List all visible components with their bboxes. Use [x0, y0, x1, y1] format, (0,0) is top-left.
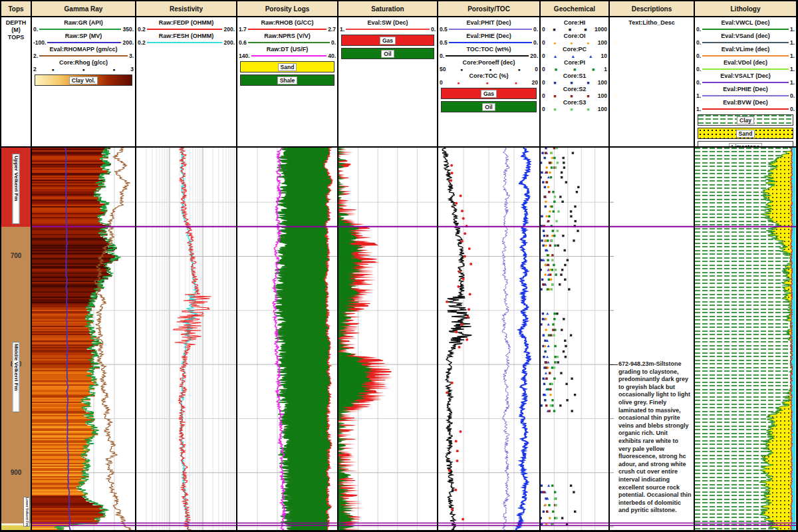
marker-swatches: ■■■: [547, 79, 597, 86]
legend-bar-gas[interactable]: Gas: [441, 88, 537, 99]
curve-scale: 0.20.: [440, 53, 538, 59]
formation-label-partial[interactable]: Lower Velkerri Fm: [23, 497, 30, 527]
track-main-porosity-logs[interactable]: [237, 148, 337, 530]
track-header-gamma-ray: Raw:GR (API)0.350.Raw:SP (MV)-100.200.Ev…: [32, 17, 135, 148]
header-item-eval-bvw-dec-[interactable]: Eval:BVW (Dec)1.0.: [696, 99, 795, 112]
header-item-eval-rhomapp-gm-cc-[interactable]: Eval:RHOMAPP (gm/cc)2.3.: [33, 46, 134, 59]
scale-left-value: 0.2: [138, 26, 147, 33]
header-item-core-toc-[interactable]: Core:TOC (%)0●●●20: [440, 72, 538, 86]
header-item-eval-vsand-dec-[interactable]: Eval:VSand (dec)0.1.: [696, 33, 795, 46]
track-main-tops[interactable]: Upper Velkerri FmMiddle Velkerri Fm70080…: [1, 148, 31, 530]
header-item-eval-vdol-dec-[interactable]: Eval:VDol (dec)0.1.: [696, 59, 795, 72]
track-title-descriptions[interactable]: Descriptions: [610, 1, 694, 17]
track-title-tops[interactable]: Tops: [1, 1, 31, 17]
header-item-core-s1[interactable]: Core:S10■■■100: [542, 72, 607, 86]
header-item-core-oi[interactable]: Core:OI0●●●100: [542, 33, 607, 46]
header-item-eval-sw-dec-[interactable]: Eval:SW (Dec)1.0.: [340, 19, 436, 33]
legend-bar-sand[interactable]: Sand: [698, 128, 793, 139]
square-marker-icon: ■: [570, 107, 573, 112]
scale-left-value: 0: [542, 53, 547, 59]
log-curves-porosity-toc[interactable]: [438, 148, 539, 530]
header-item-eval-vwcl-dec-[interactable]: Eval:VWCL (Dec)0.1.: [696, 19, 795, 33]
header-item-eval-vsalt-dec-[interactable]: Eval:VSALT (Dec)0.1.: [696, 72, 795, 86]
curve-scale: 0▲▲▲10: [542, 53, 607, 59]
track-main-lithology[interactable]: [695, 148, 796, 530]
header-item-core-pi[interactable]: Core:PI0■■■1: [542, 59, 607, 72]
legend-bar-clay-vol-[interactable]: Clay Vol.: [35, 74, 132, 86]
header-item-raw-gr-api-[interactable]: Raw:GR (API)0.350.: [33, 19, 134, 33]
depth-axis-caption: DEPTH(M)TOPS: [1, 19, 31, 41]
curve-line-swatch: [248, 42, 330, 43]
log-curves-porosity-logs[interactable]: [237, 148, 337, 530]
log-curves-gamma-ray[interactable]: [32, 148, 135, 530]
log-curves-resistivity[interactable]: [136, 148, 236, 530]
track-title-geochemical[interactable]: Geochemical: [541, 1, 608, 17]
formation-label[interactable]: Middle Velkerri Fm: [13, 342, 20, 412]
scale-left-value: 0.5: [440, 39, 449, 46]
track-main-descriptions[interactable]: 672-948.23m-Siltstone grading to claysto…: [610, 148, 694, 530]
header-item-text-litho-desc[interactable]: Text:Litho_Desc: [610, 19, 694, 26]
log-curves-geochemical[interactable]: [541, 148, 608, 530]
formation-label[interactable]: Upper Velkerri Fm: [13, 154, 20, 224]
curve-scale: 0.350.: [33, 26, 134, 33]
track-title-lithology[interactable]: Lithology: [695, 1, 796, 17]
header-item-core-s3[interactable]: Core:S30■■■100: [542, 99, 607, 112]
header-item-raw-nprs-v-v-[interactable]: Raw:NPRS (V/V)0.60.: [239, 33, 336, 46]
curve-scale: -100.200.: [33, 39, 134, 46]
curve-name: Raw:RHOB (G/CC): [239, 19, 336, 26]
legend-bar-oil[interactable]: Oil: [341, 48, 434, 59]
scale-left-value: 1.: [696, 92, 702, 99]
legend-bar-gas[interactable]: Gas: [341, 35, 434, 46]
header-item-core-hi[interactable]: Core:HI0■■■1000: [542, 19, 607, 33]
track-main-gamma-ray[interactable]: [32, 148, 135, 530]
track-title-gamma-ray[interactable]: Gamma Ray: [32, 1, 135, 17]
header-item-core-pc[interactable]: Core:PC0▲▲▲10: [542, 46, 607, 59]
curve-line-swatch: [346, 29, 430, 30]
header-item-raw-fesh-ohmm-[interactable]: Raw:FESH (OHMM)0.2200.: [138, 33, 235, 46]
legend-bar-clay[interactable]: Clay: [698, 114, 793, 126]
scale-right-value: 1.: [789, 26, 795, 33]
track-resistivity: ResistivityRaw:FEDP (OHMM)0.2200.Raw:FES…: [136, 1, 236, 530]
track-title-porosity-toc[interactable]: Porosity/TOC: [438, 1, 539, 17]
header-item-core-poroeff-dec-[interactable]: Core:Poroeff (dec)50●●●0: [440, 59, 538, 72]
scale-right-value: 100: [597, 106, 607, 112]
track-title-saturation[interactable]: Saturation: [338, 1, 437, 17]
log-curves-saturation[interactable]: [338, 148, 437, 530]
curve-scale: 0■■■1000: [542, 26, 607, 33]
legend-bar-shale[interactable]: Shale: [240, 74, 334, 86]
header-item-raw-dt-us-f-[interactable]: Raw:DT (US/F)140.40.: [239, 46, 336, 59]
header-item-eval-phie-dec-[interactable]: Eval:PHIE (Dec)0.50.: [440, 33, 538, 46]
header-item-raw-fedp-ohmm-[interactable]: Raw:FEDP (OHMM)0.2200.: [138, 19, 235, 33]
curve-scale: 0.1.: [696, 66, 795, 72]
curve-name: Raw:DT (US/F): [239, 46, 336, 53]
track-header-tops: DEPTH(M)TOPS: [1, 17, 31, 148]
header-item-raw-rhob-g-cc-[interactable]: Raw:RHOB (G/CC)1.72.7: [239, 19, 336, 33]
header-item-eval-phit-dec-[interactable]: Eval:PHIT (Dec)0.50.: [440, 19, 538, 33]
curve-scale: 0.1.: [696, 79, 795, 86]
header-item-core-rhog-g-cc-[interactable]: Core:Rhog (g/cc)2●●●3: [33, 59, 134, 72]
log-curves-lithology[interactable]: [695, 148, 796, 530]
depth-axis-caption-line: (M): [1, 27, 31, 34]
curve-name: Core:S2: [542, 86, 607, 92]
scale-right-value: 0: [533, 66, 538, 72]
curve-scale: 0.2200.: [138, 39, 235, 46]
track-main-porosity-toc[interactable]: [438, 148, 539, 530]
legend-bar-limestone[interactable]: Limestone: [698, 141, 793, 148]
legend-bar-oil[interactable]: Oil: [441, 101, 537, 112]
header-item-raw-sp-mv-[interactable]: Raw:SP (MV)-100.200.: [33, 33, 134, 46]
header-item-eval-vlime-dec-[interactable]: Eval:VLime (dec)0.1.: [696, 46, 795, 59]
header-item-core-s2[interactable]: Core:S20■■■100: [542, 86, 607, 99]
header-item-eval-phie-dec-[interactable]: Eval:PHIE (Dec)1.0.: [696, 86, 795, 99]
scale-right-value: 20.: [529, 53, 538, 59]
track-title-resistivity[interactable]: Resistivity: [136, 1, 236, 17]
square-marker-icon: ■: [553, 107, 556, 112]
track-main-saturation[interactable]: [338, 148, 437, 530]
header-item-toc-toc-wt-[interactable]: TOC:TOC (wt%)0.20.: [440, 46, 538, 59]
legend-bar-sand[interactable]: Sand: [240, 61, 334, 72]
track-main-geochemical[interactable]: [541, 148, 608, 530]
track-title-porosity-logs[interactable]: Porosity Logs: [237, 1, 337, 17]
curve-scale: 1.72.7: [239, 26, 336, 33]
track-main-resistivity[interactable]: [136, 148, 236, 530]
scale-right-value: 100: [597, 79, 607, 86]
track-lithology: LithologyEval:VWCL (Dec)0.1.Eval:VSand (…: [695, 1, 796, 530]
